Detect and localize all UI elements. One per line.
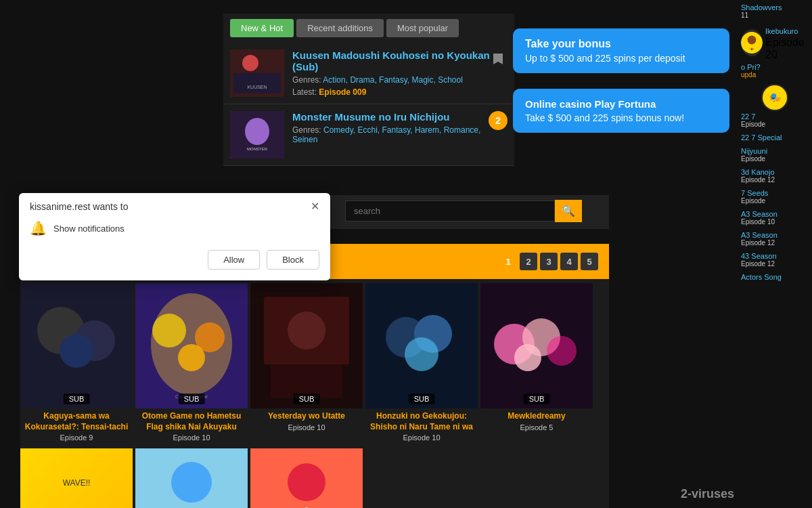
tab-new-hot[interactable]: New & Hot bbox=[230, 19, 294, 37]
sidebar-ep: 11 bbox=[741, 12, 809, 19]
allow-button[interactable]: Allow bbox=[208, 250, 260, 270]
svg-point-6 bbox=[242, 55, 258, 71]
anime-genres-2: Genres: Comedy, Ecchi, Fantasy, Harem, R… bbox=[292, 125, 508, 144]
sidebar-link-12[interactable]: Actors Song bbox=[741, 273, 809, 281]
page-btn-2[interactable]: 2 bbox=[520, 253, 537, 270]
ad-bubble-1[interactable]: Take your bonus Up to $ 500 and 225 spin… bbox=[513, 28, 729, 73]
anime-card-sm-2[interactable] bbox=[135, 448, 248, 508]
anime-genres-1: Genres: Action, Drama, Fantasy, Magic, S… bbox=[292, 75, 508, 85]
sidebar-item-shadowvers[interactable]: Shadowvers 11 bbox=[741, 3, 809, 19]
close-icon[interactable]: ✕ bbox=[311, 201, 319, 212]
sidebar-item-7seeds[interactable]: 7 Seeds Episode bbox=[741, 189, 809, 205]
sidebar-link-6[interactable]: Nijyuuni bbox=[741, 147, 809, 155]
sidebar-item-ikebukuro[interactable]: 👁 Ikebukuro Episode 20 bbox=[741, 24, 809, 61]
page-btn-5[interactable]: 5 bbox=[581, 253, 598, 270]
anime-card-3[interactable]: Yesterday SUB Yesterday wo Utatte Episod… bbox=[250, 283, 363, 444]
sidebar-item-opri[interactable]: o Pri? upda bbox=[741, 63, 809, 79]
sidebar-item-a3s2[interactable]: A3 Season Episode 12 bbox=[741, 231, 809, 247]
card-ep-2: Episode 10 bbox=[135, 433, 248, 444]
svg-point-40 bbox=[514, 344, 541, 371]
watermark: 2-viruses bbox=[681, 487, 734, 501]
sidebar-link-10[interactable]: A3 Season bbox=[741, 231, 809, 239]
sidebar-ep-10: Episode 12 bbox=[741, 239, 809, 247]
card-img-sm-2 bbox=[135, 448, 248, 508]
sub-badge-3: SUB bbox=[294, 394, 320, 404]
sub-badge-1: SUB bbox=[64, 394, 90, 404]
bookmark-1 bbox=[489, 49, 508, 68]
sub-badge-2: SUB bbox=[179, 394, 205, 404]
anime-info-1: Kuusen Madoushi Kouhosei no Kyoukan (Sub… bbox=[292, 49, 508, 97]
anime-card-1[interactable]: Kaguya SUB Kaguya-sama wa Kokurasetal?: … bbox=[20, 283, 133, 444]
anime-title-1[interactable]: Kuusen Madoushi Kouhosei no Kyoukan (Sub… bbox=[292, 49, 508, 72]
sidebar-link-9[interactable]: A3 Season bbox=[741, 210, 809, 218]
sub-badge-4: SUB bbox=[409, 394, 435, 404]
tabs-row: New & Hot Recent additions Most popular bbox=[223, 14, 514, 43]
card-img-4: Honzuki SUB bbox=[365, 283, 478, 408]
anime-card-2[interactable]: Otome Game SUB Otome Game no Hametsu Fla… bbox=[135, 283, 248, 444]
sidebar-link-2[interactable]: Ikebukuro bbox=[765, 27, 798, 35]
tab-most-popular[interactable]: Most popular bbox=[386, 19, 459, 37]
sidebar-link-5[interactable]: 22 7 Special bbox=[741, 133, 809, 142]
anime-title-2[interactable]: Monster Musume no Iru Nichijou bbox=[292, 111, 508, 123]
sidebar-item-actors[interactable]: Actors Song bbox=[741, 273, 809, 281]
card-ep-5: Episode 5 bbox=[480, 423, 593, 434]
svg-point-34 bbox=[405, 337, 438, 371]
svg-text:KUUSEN: KUUSEN bbox=[247, 85, 267, 89]
page-btn-4[interactable]: 4 bbox=[560, 253, 578, 270]
right-sidebar: Shadowvers 11 👁 Ikebukuro Episode 20 o P… bbox=[738, 0, 812, 508]
sidebar-link-7[interactable]: 3d Kanojo bbox=[741, 168, 809, 176]
page-btn-1[interactable]: 1 bbox=[499, 253, 517, 270]
tab-recent-additions[interactable]: Recent additions bbox=[296, 19, 384, 37]
anime-item-2: MONSTER Monster Musume no Iru Nichijou G… bbox=[223, 104, 514, 166]
sidebar-item-43season[interactable]: 43 Season Episode 12 bbox=[741, 252, 809, 268]
sidebar-ep-8: Episode bbox=[741, 197, 809, 205]
anime-card-5[interactable]: Mewkle SUB Mewkledreamy Episode 5 bbox=[480, 283, 593, 444]
sidebar-link-4[interactable]: 22 7 bbox=[741, 112, 809, 121]
ad1-body: Up to $ 500 and 225 spins per deposit bbox=[525, 53, 717, 64]
cards-grid: Kaguya SUB Kaguya-sama wa Kokurasetal?: … bbox=[20, 279, 609, 448]
ad-bubble-2[interactable]: Online casino Play Fortuna Take $ 500 an… bbox=[513, 89, 729, 133]
search-input[interactable] bbox=[345, 200, 555, 221]
sidebar-item-227[interactable]: 22 7 Episode bbox=[741, 112, 809, 128]
card-img-sm-1: WAVE!! bbox=[20, 448, 133, 508]
svg-text:🎭: 🎭 bbox=[769, 92, 782, 104]
sidebar-item-3dkanojo[interactable]: 3d Kanojo Episode 12 bbox=[741, 168, 809, 184]
sidebar-link-3[interactable]: o Pri? bbox=[741, 63, 809, 71]
svg-point-45 bbox=[171, 462, 212, 503]
anime-card-sm-3[interactable]: 3 bbox=[250, 448, 363, 508]
svg-point-18 bbox=[60, 334, 93, 368]
svg-text:👁: 👁 bbox=[750, 47, 754, 51]
sidebar-ep-4: Episode bbox=[741, 121, 809, 128]
sidebar-link[interactable]: Shadowvers bbox=[741, 3, 809, 12]
anime-item-1: KUUSEN Kuusen Madoushi Kouhosei no Kyouk… bbox=[223, 43, 514, 104]
sidebar-item-227s[interactable]: 22 7 Special bbox=[741, 133, 809, 142]
ad1-title: Take your bonus bbox=[525, 38, 717, 50]
page-btn-3[interactable]: 3 bbox=[540, 253, 558, 270]
card-ep-4: Episode 10 bbox=[365, 433, 478, 444]
block-button[interactable]: Block bbox=[267, 250, 319, 270]
sub-badge-5: SUB bbox=[524, 394, 550, 404]
card-img-sm-3: 3 bbox=[250, 448, 363, 508]
card-ep-1: Episode 9 bbox=[20, 433, 133, 444]
svg-text:WAVE!!: WAVE!! bbox=[63, 478, 91, 488]
anime-card-sm-1[interactable]: WAVE!! bbox=[20, 448, 133, 508]
cards-row-2: WAVE!! 3 bbox=[20, 448, 609, 508]
svg-point-22 bbox=[152, 314, 186, 347]
sidebar-item-nijyuuni[interactable]: Nijyuuni Episode bbox=[741, 147, 809, 163]
card-title-5: Mewkledreamy bbox=[480, 408, 593, 423]
svg-rect-7 bbox=[233, 73, 281, 93]
search-button[interactable]: 🔍 bbox=[555, 200, 582, 222]
sidebar-link-11[interactable]: 43 Season bbox=[741, 252, 809, 260]
sidebar-item-a3s1[interactable]: A3 Season Episode 10 bbox=[741, 210, 809, 226]
card-img-5: Mewkle SUB bbox=[480, 283, 593, 408]
dialog-header: kissanime.rest wants to ✕ bbox=[19, 193, 330, 216]
anime-card-4[interactable]: Honzuki SUB Honzuki no Gekokujou: Shisho… bbox=[365, 283, 478, 444]
card-img-2: Otome Game SUB bbox=[135, 283, 248, 408]
sidebar-ep-11: Episode 12 bbox=[741, 260, 809, 268]
svg-point-47 bbox=[288, 463, 325, 501]
avatar-1: 👁 bbox=[741, 29, 763, 56]
sidebar-link-8[interactable]: 7 Seeds bbox=[741, 189, 809, 197]
svg-point-1 bbox=[748, 36, 757, 45]
card-img-1: Kaguya SUB bbox=[20, 283, 133, 408]
dialog-body: 🔔 Show notifications bbox=[19, 216, 330, 245]
